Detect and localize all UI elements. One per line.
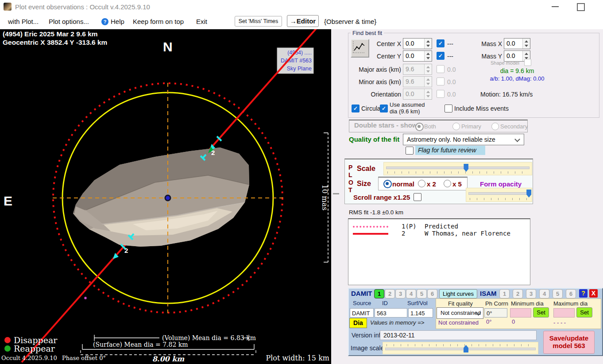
help-button[interactable]: ? xyxy=(579,289,588,298)
double-stars-both-label: Both xyxy=(424,123,436,130)
minimize-icon[interactable] xyxy=(552,6,559,7)
menu-help[interactable]: Help xyxy=(111,18,124,25)
major-axis-checkbox[interactable] xyxy=(437,65,445,73)
set-miss-times-button[interactable]: Set 'Miss' Times xyxy=(235,16,282,27)
isam-tab-6[interactable]: 6 xyxy=(566,289,576,298)
size-normal-radio[interactable] xyxy=(383,180,392,188)
double-stars-secondary-radio[interactable] xyxy=(491,123,499,130)
menu-with-plot[interactable]: with Plot... xyxy=(8,18,39,25)
isam-tab-2[interactable]: 2 xyxy=(513,289,523,298)
damit-tab-2[interactable]: 2 xyxy=(385,289,395,298)
scale-slider[interactable] xyxy=(383,162,532,175)
plot-letter-l: L xyxy=(348,171,352,178)
double-stars-both-radio[interactable] xyxy=(415,123,424,131)
ab-dmag-readout: a/b: 1.00, dMag: 0.00 xyxy=(477,75,557,82)
center-y-checkbox[interactable] xyxy=(437,52,445,60)
minor-axis-spinner[interactable]: 9.6 xyxy=(403,76,432,87)
set-minimum-button[interactable]: Set xyxy=(533,307,549,318)
size-x5-radio[interactable] xyxy=(444,180,451,187)
occult-version-label: Occult 4.2025.9.10 xyxy=(1,355,57,361)
damit-tab-1[interactable]: 1 xyxy=(374,289,384,298)
isam-tab-5[interactable]: 5 xyxy=(553,289,563,298)
help-icon[interactable] xyxy=(101,18,108,25)
mass-x-spinner[interactable]: 0.0 xyxy=(504,38,530,49)
damit-tab-6[interactable]: 6 xyxy=(427,289,437,298)
observer-listbox[interactable]: 1(P) Predicted 2 W Thomas, near Florence xyxy=(348,218,530,285)
flag-review-checkbox[interactable] xyxy=(406,147,414,155)
id-field[interactable]: 563 xyxy=(375,308,407,318)
major-axis-spinner[interactable]: 9.6 xyxy=(403,64,432,75)
sky-label-line3: Sky Plane xyxy=(287,66,312,72)
circular-checkbox[interactable] xyxy=(352,105,359,112)
mass-x-label: Mass X xyxy=(469,40,502,47)
scale-slider-thumb[interactable] xyxy=(464,164,468,172)
ph-corrn-field[interactable]: 0° xyxy=(484,308,507,318)
isam-tab-4[interactable]: 4 xyxy=(539,289,549,298)
image-scale-slider[interactable] xyxy=(383,342,538,354)
orientation-checkbox[interactable] xyxy=(437,90,445,98)
plot-letter-t: T xyxy=(348,186,352,194)
form-opacity-slider[interactable] xyxy=(466,188,532,202)
save-update-model-button[interactable]: Save/update model 563 xyxy=(543,331,595,354)
double-stars-primary-radio[interactable] xyxy=(452,123,460,130)
isam-title: ISAM xyxy=(480,290,497,297)
shape-model-checkbox[interactable] xyxy=(524,59,531,66)
maximize-icon[interactable] xyxy=(577,3,585,11)
isam-tab-1[interactable]: 1 xyxy=(499,289,510,298)
flag-review-highlight: Flag for future review xyxy=(415,146,485,155)
plot-width-label: Plot width: 15 km xyxy=(266,354,329,362)
center-x-spinner[interactable]: 0.0 xyxy=(403,38,432,49)
damit-tab-4[interactable]: 4 xyxy=(406,289,416,298)
menu-exit[interactable]: Exit xyxy=(196,18,207,25)
version-info-label: Version info xyxy=(352,332,384,339)
menu-keep-on-top[interactable]: Keep form on top xyxy=(133,18,184,25)
fit-quality-dropdown[interactable]: Not constrained xyxy=(437,307,483,319)
disappear-dot xyxy=(4,337,11,343)
orientation-spinner[interactable]: 0.0 xyxy=(403,89,432,100)
version-info-field[interactable]: 2013-02-11 xyxy=(380,330,537,340)
splitter-handle[interactable] xyxy=(333,193,339,194)
menu-plot-options[interactable]: Plot options... xyxy=(49,18,89,25)
damit-title: DAMIT xyxy=(351,290,372,297)
center-x-label: Center X xyxy=(357,40,401,47)
damit-tab-5[interactable]: 5 xyxy=(417,289,427,298)
close-button[interactable]: X xyxy=(589,289,598,298)
form-opacity-thumb[interactable] xyxy=(526,190,531,197)
source-header: Source xyxy=(353,300,371,306)
scalebar-label: 8.00 km xyxy=(152,355,185,363)
form-opacity-ticks xyxy=(470,198,529,200)
double-stars-primary-label: Primary xyxy=(461,123,481,130)
observer-time-label: {Observer & time} xyxy=(324,18,376,25)
dia-button[interactable]: Dia xyxy=(349,318,367,328)
center-x-checkbox[interactable] xyxy=(437,39,445,47)
isam-tab-3[interactable]: 3 xyxy=(526,289,536,298)
minimum-dia-field[interactable] xyxy=(510,308,531,318)
use-assumed-dia-checkbox[interactable] xyxy=(380,105,388,112)
damit-tab-3[interactable]: 3 xyxy=(395,289,406,298)
id-value: 563 xyxy=(377,310,387,317)
chord-label-upper: 2 xyxy=(211,149,215,156)
maximum-dia-field[interactable] xyxy=(553,308,575,318)
chord-label-lower: 2 xyxy=(124,247,128,254)
minor-axis-value: 9.6 xyxy=(406,78,414,85)
editor-button[interactable]: →Editor xyxy=(287,15,319,27)
scale-label: Scale xyxy=(357,165,375,173)
center-x-value: 0.0 xyxy=(406,40,414,47)
minor-axis-checkbox[interactable] xyxy=(437,77,445,85)
sky-plane-plot[interactable]: (4954) ..... DAMIT #563 Sky Plane xyxy=(0,29,331,364)
flag-review-label: Flag for future review xyxy=(418,147,476,154)
mass-x-spin-arrows[interactable] xyxy=(522,39,530,49)
include-miss-checkbox[interactable] xyxy=(445,105,452,112)
major-axis-spin-arrows xyxy=(424,64,432,74)
surface-dia-label: (Surface) Mean dia = 7.82 km xyxy=(93,341,188,348)
center-y-spin-arrows[interactable] xyxy=(424,51,432,61)
occult-plot-window: Plot event observations : Occult v.4.202… xyxy=(0,0,603,364)
light-curves-button[interactable]: Light curves xyxy=(439,289,477,298)
quality-dropdown[interactable]: Astrometry only. No reliable size xyxy=(403,134,524,145)
center-y-spinner[interactable]: 0.0 xyxy=(403,50,432,62)
set-maximum-button[interactable]: Set xyxy=(576,307,592,318)
center-x-spin-arrows[interactable] xyxy=(424,39,432,49)
scroll-range-checkbox[interactable] xyxy=(414,193,421,201)
memory-fit-quality: Not constrained xyxy=(438,319,479,326)
size-x2-radio[interactable] xyxy=(418,180,425,187)
